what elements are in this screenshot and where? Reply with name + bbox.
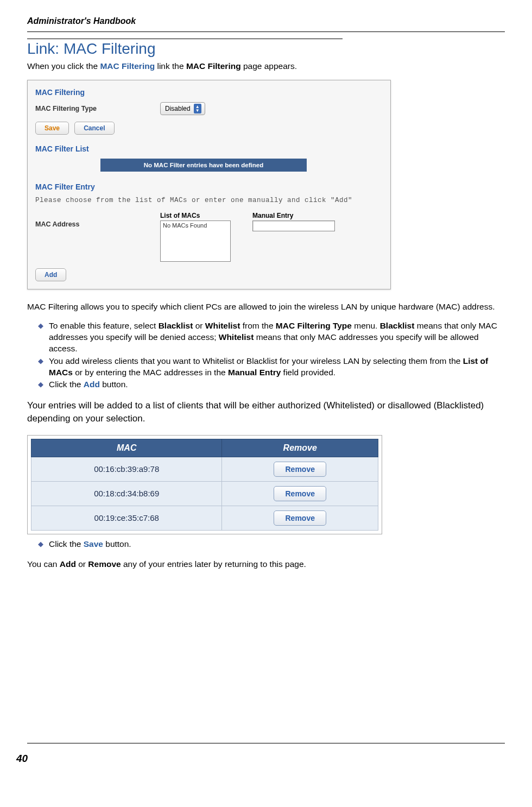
table-row: 00:18:cd:34:b8:69 Remove: [31, 481, 378, 506]
t: menu.: [352, 321, 380, 330]
header-rule: [27, 31, 505, 32]
mac-filtering-panel: MAC Filtering MAC Filtering Type Disable…: [27, 80, 391, 289]
intro-post: page appears.: [241, 61, 297, 71]
col-remove: Remove: [222, 439, 378, 457]
panel-heading-filtering: MAC Filtering: [35, 88, 383, 97]
type-label: MAC Filtering Type: [35, 105, 160, 112]
running-header: Administrator's Handbook: [27, 16, 505, 31]
t: or: [193, 321, 205, 330]
t: Blacklist: [159, 321, 193, 330]
remove-cell: Remove: [222, 481, 378, 506]
t: Blacklist: [380, 321, 415, 330]
mac-cell: 00:16:cb:39:a9:78: [31, 457, 222, 481]
add-button[interactable]: Add: [35, 268, 66, 281]
t: button.: [100, 380, 128, 389]
remove-button[interactable]: Remove: [274, 462, 326, 477]
type-select[interactable]: Disabled ▲▼: [160, 102, 205, 115]
save-link: Save: [84, 539, 103, 548]
manual-entry-input[interactable]: [252, 220, 335, 231]
bullet-2: You add wireless clients that you want t…: [38, 356, 505, 379]
table-header-row: MAC Remove: [31, 439, 378, 457]
select-arrows-icon: ▲▼: [194, 104, 201, 114]
t: Click the: [49, 380, 84, 389]
list-of-macs-label: List of MACs: [160, 212, 231, 219]
t: Manual Entry: [228, 368, 281, 377]
remove-cell: Remove: [222, 506, 378, 530]
type-value: Disabled: [165, 105, 191, 112]
remove-button[interactable]: Remove: [274, 486, 326, 501]
bullet-save: Click the Save button.: [38, 539, 505, 550]
mac-table-panel: MAC Remove 00:16:cb:39:a9:78 Remove 00:1…: [27, 435, 382, 534]
remove-button[interactable]: Remove: [274, 510, 326, 526]
t: from the: [240, 321, 275, 330]
intro-link: MAC Filtering: [100, 61, 155, 71]
t: Whitelist: [219, 332, 254, 342]
empty-list-message: No MAC Filter entries have been defined: [100, 159, 307, 172]
entry-row: MAC Address List of MACs No MACs Found M…: [35, 212, 383, 262]
choose-text: Please choose from the list of MACs or e…: [35, 197, 383, 204]
intro-paragraph: When you click the MAC Filtering link th…: [27, 61, 505, 72]
intro-mid: link the: [155, 61, 186, 71]
button-row: Save Cancel: [35, 122, 383, 135]
t: You add wireless clients that you want t…: [49, 356, 463, 365]
table-row: 00:19:ce:35:c7:68 Remove: [31, 506, 378, 530]
save-button[interactable]: Save: [35, 122, 69, 135]
para-2: Your entries will be added to a list of …: [27, 399, 505, 425]
t: or by entering the MAC addresses in the: [73, 368, 228, 377]
t: Remove: [88, 559, 121, 569]
remove-cell: Remove: [222, 457, 378, 481]
t: Add: [60, 559, 76, 569]
intro-pre: When you click the: [27, 61, 100, 71]
bullet-list-2: Click the Save button.: [27, 539, 505, 550]
mac-table: MAC Remove 00:16:cb:39:a9:78 Remove 00:1…: [31, 439, 378, 531]
bullet-3: Click the Add button.: [38, 379, 505, 390]
panel-heading-list: MAC Filter List: [35, 144, 383, 153]
mac-address-label: MAC Address: [35, 220, 160, 228]
t: To enable this feature, select: [49, 321, 159, 330]
t: You can: [27, 559, 60, 569]
para-1: MAC Filtering allows you to specify whic…: [27, 301, 505, 313]
bullet-list-1: To enable this feature, select Blacklist…: [27, 320, 505, 391]
list-of-macs[interactable]: No MACs Found: [160, 220, 231, 262]
t: any of your entries later by returning t…: [121, 559, 306, 569]
type-row: MAC Filtering Type Disabled ▲▼: [35, 102, 383, 115]
intro-bold: MAC Filtering: [186, 61, 241, 71]
cancel-button[interactable]: Cancel: [74, 122, 114, 135]
section-rule: [27, 39, 343, 39]
t: Whitelist: [205, 321, 240, 330]
col-mac: MAC: [31, 439, 222, 457]
page-number: 40: [16, 753, 28, 765]
t: button.: [103, 539, 131, 548]
t: Click the: [49, 539, 84, 548]
bullet-1: To enable this feature, select Blacklist…: [38, 320, 505, 355]
t: MAC Filtering Type: [276, 321, 352, 330]
panel-heading-entry: MAC Filter Entry: [35, 182, 383, 191]
section-title: Link: MAC Filtering: [27, 40, 505, 58]
t: field provided.: [281, 368, 335, 377]
mac-cell: 00:18:cd:34:b8:69: [31, 481, 222, 506]
add-link: Add: [84, 380, 100, 389]
table-row: 00:16:cb:39:a9:78 Remove: [31, 457, 378, 481]
footer-rule: [27, 743, 505, 743]
mac-cell: 00:19:ce:35:c7:68: [31, 506, 222, 530]
manual-entry-label: Manual Entry: [252, 212, 335, 219]
para-3: You can Add or Remove any of your entrie…: [27, 559, 505, 570]
t: or: [76, 559, 88, 569]
